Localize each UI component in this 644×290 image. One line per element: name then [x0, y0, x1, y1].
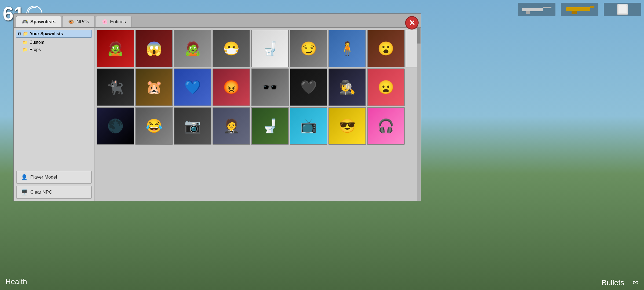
sprite-item-19[interactable]: 😂 — [135, 107, 173, 145]
player-model-icon: 👤 — [21, 174, 28, 180]
tab-npcs[interactable]: 🐵 NPCs — [62, 16, 95, 27]
sprite-item-7[interactable]: 🧍 — [328, 30, 366, 67]
weapon-slot-3 — [604, 3, 641, 16]
sidebar: ⊟ 📁 Your Spawnlists 📁 Custom 📁 Props — [14, 28, 94, 201]
collapse-icon: ⊟ — [18, 32, 21, 36]
sprite-item-6[interactable]: 😏 — [290, 30, 327, 67]
sprites-row-3: 🌑 😂 📷 🤵 🚽 📺 — [97, 107, 419, 145]
sprite-item-4[interactable]: 😷 — [213, 30, 250, 67]
hud-top-right — [518, 3, 641, 16]
sprite-item-20[interactable]: 📷 — [174, 107, 211, 145]
svg-rect-1 — [522, 8, 543, 11]
sprite-item-24[interactable]: 😎 — [328, 107, 366, 145]
main-panel: ✕ 🎮 Spawnlists 🐵 NPCs 🌸 Entities — [13, 13, 421, 201]
tree-item-custom-label: Custom — [30, 40, 44, 45]
sprite-item-21[interactable]: 🤵 — [213, 107, 250, 145]
svg-rect-3 — [526, 11, 530, 14]
weapon-slot-1 — [518, 3, 555, 16]
sprite-item-2[interactable]: 😱 — [135, 30, 173, 67]
weapon-slot-2 — [561, 3, 598, 16]
tree-root-label: Your Spawnlists — [30, 31, 63, 36]
scrollbar-track — [417, 28, 421, 201]
sprite-item-3[interactable]: 🧟 — [174, 30, 211, 67]
sprite-item-18[interactable]: 🌑 — [97, 107, 134, 145]
bullets-label: Bullets ∞ — [602, 277, 639, 287]
tree-section: ⊟ 📁 Your Spawnlists 📁 Custom 📁 Props — [16, 30, 92, 169]
folder-icon: 📁 — [23, 31, 28, 36]
scrollbar-thumb[interactable] — [417, 28, 421, 44]
sprite-item-15[interactable]: 🖤 — [290, 68, 327, 106]
panel-body: ⊟ 📁 Your Spawnlists 📁 Custom 📁 Props — [14, 28, 421, 201]
sprite-item-13[interactable]: 😡 — [213, 68, 250, 106]
tabs-bar: 🎮 Spawnlists 🐵 NPCs 🌸 Entities — [14, 14, 421, 28]
sprite-item-25[interactable]: 🎧 — [367, 107, 405, 145]
player-model-button[interactable]: 👤 Player Model — [16, 171, 92, 184]
sprites-row-1: 🧟 😱 🧟 😷 🚽 — [97, 30, 419, 67]
sprite-item-23[interactable]: 📺 — [290, 107, 327, 145]
tree-item-props[interactable]: 📁 Props — [16, 46, 92, 53]
player-model-label: Player Model — [30, 175, 57, 180]
tab-spawnlists[interactable]: 🎮 Spawnlists — [16, 16, 61, 27]
sprites-row-2: 🐈‍⬛ 🐹 💙 😡 🕶️ 🖤 — [97, 68, 419, 106]
sprite-item-12[interactable]: 💙 — [174, 68, 211, 106]
folder-props-icon: 📁 — [23, 47, 28, 52]
spawnlists-icon: 🎮 — [22, 19, 28, 25]
svg-rect-5 — [590, 6, 594, 8]
close-button[interactable]: ✕ — [405, 16, 419, 30]
clear-npc-label: Clear NPC — [30, 190, 52, 195]
sprite-item-8[interactable]: 😮 — [367, 30, 405, 67]
svg-rect-8 — [619, 5, 627, 13]
sprite-item-1[interactable]: 🧟 — [97, 30, 134, 67]
sprite-item-22[interactable]: 🚽 — [251, 107, 289, 145]
sidebar-buttons: 👤 Player Model 🖥️ Clear NPC — [16, 169, 92, 199]
svg-rect-6 — [572, 11, 577, 14]
sprite-item-14[interactable]: 🕶️ — [251, 68, 289, 106]
main-panel-wrapper: ✕ 🎮 Spawnlists 🐵 NPCs 🌸 Entities — [13, 13, 421, 201]
sprite-item-5[interactable]: 🚽 — [251, 30, 289, 67]
folder-custom-icon: 📁 — [23, 40, 28, 45]
bullets-value: ∞ — [632, 277, 639, 287]
svg-rect-2 — [543, 7, 551, 8]
svg-rect-4 — [566, 7, 590, 11]
npcs-icon: 🐵 — [68, 19, 74, 25]
tab-entities-label: Entities — [110, 19, 126, 25]
tab-npcs-label: NPCs — [76, 19, 89, 25]
tree-item-props-label: Props — [30, 47, 41, 52]
tree-item-custom[interactable]: 📁 Custom — [16, 39, 92, 46]
sprite-item-10[interactable]: 🐈‍⬛ — [97, 68, 134, 106]
clear-npc-icon: 🖥️ — [21, 189, 28, 195]
clear-npc-button[interactable]: 🖥️ Clear NPC — [16, 186, 92, 199]
sprite-item-16[interactable]: 🕵️ — [328, 68, 366, 106]
sprite-item-11[interactable]: 🐹 — [135, 68, 173, 106]
tab-entities[interactable]: 🌸 Entities — [96, 16, 131, 27]
sprite-item-17[interactable]: 😦 — [367, 68, 405, 106]
entities-icon: 🌸 — [101, 19, 108, 25]
tree-root-spawnlists[interactable]: ⊟ 📁 Your Spawnlists — [16, 30, 92, 38]
health-label: Health — [5, 277, 27, 287]
content-area[interactable]: 🧟 😱 🧟 😷 🚽 — [94, 28, 421, 201]
hud-bottom: Health Bullets ∞ — [0, 277, 644, 287]
tab-spawnlists-label: Spawnlists — [30, 19, 56, 25]
